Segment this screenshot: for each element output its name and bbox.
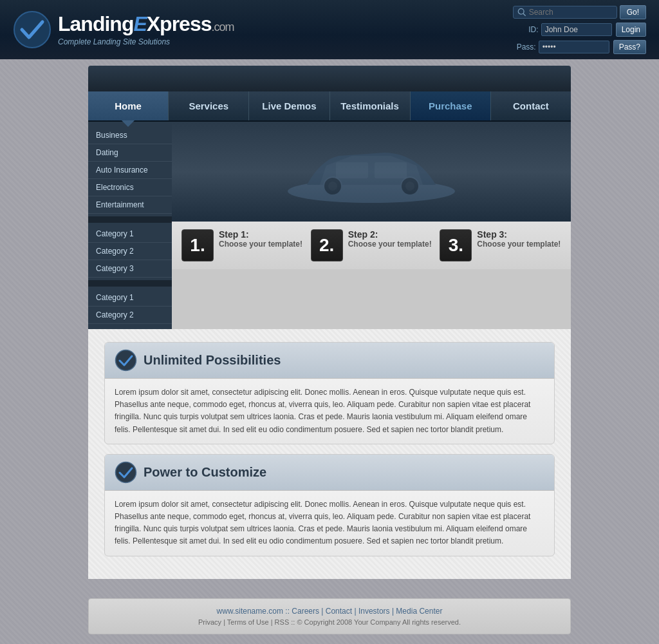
main-wrapper: Home Services Live Demos Testimonials Pu… (88, 59, 571, 592)
id-label: ID: (518, 25, 539, 34)
sidebar-item-category-2b[interactable]: Category 2 (88, 307, 172, 324)
search-icon (517, 8, 526, 17)
step-2-number: 2. (311, 229, 343, 261)
feature-unlimited-title: Unlimited Possibilities (144, 353, 281, 368)
sidebar-separator-2 (88, 280, 172, 287)
content-area: Business Dating Auto Insurance Electroni… (88, 122, 571, 329)
svg-point-0 (14, 12, 50, 48)
svg-point-5 (328, 182, 337, 191)
pass-input[interactable] (539, 41, 609, 53)
svg-point-10 (116, 350, 136, 371)
sidebar-item-category-2a[interactable]: Category 2 (88, 243, 172, 260)
search-input-wrap (513, 6, 617, 19)
header: LandingEXpress.com Complete Landing Site… (0, 0, 659, 59)
footer-copy: Privacy | Terms of Use | RSS :: © Copyri… (97, 618, 562, 626)
nav-item-contact[interactable]: Contact (491, 91, 571, 120)
step-1-title: Step 1: (219, 229, 302, 240)
feature-customize-title: Power to Customize (144, 465, 266, 480)
main-content: 1. Step 1: Choose your template! 2. Step… (172, 122, 571, 329)
pass-label: Pass: (515, 43, 536, 52)
pass-button[interactable]: Pass? (613, 40, 646, 54)
sidebar-item-category-1b[interactable]: Category 1 (88, 289, 172, 307)
feature-check-icon-2 (115, 461, 137, 484)
step-2-box: 2. Step 2: Choose your template! (311, 229, 432, 261)
nav-item-home[interactable]: Home (88, 91, 169, 120)
sidebar-item-auto-insurance[interactable]: Auto Insurance (88, 162, 172, 179)
go-button[interactable]: Go! (620, 5, 646, 19)
sidebar-item-business[interactable]: Business (88, 127, 172, 144)
nav-arrow (122, 120, 135, 127)
step-3-box: 3. Step 3: Choose your template! (440, 229, 561, 261)
svg-point-11 (116, 462, 136, 482)
step-2-desc: Choose your template! (348, 240, 432, 249)
feature-unlimited-body: Lorem ipsum dolor sit amet, consectetur … (105, 379, 554, 444)
step-1-desc: Choose your template! (219, 240, 302, 249)
sidebar-separator-1 (88, 216, 172, 223)
steps-area: 1. Step 1: Choose your template! 2. Step… (172, 222, 571, 269)
nav-item-purchase[interactable]: Purchase (411, 91, 491, 120)
feature-unlimited-header: Unlimited Possibilities (105, 343, 554, 379)
pass-field-wrap: Pass: (515, 41, 609, 53)
sidebar: Business Dating Auto Insurance Electroni… (88, 122, 172, 329)
nav-item-live-demos[interactable]: Live Demos (249, 91, 330, 120)
login-button[interactable]: Login (616, 23, 646, 37)
navbar: Home Services Live Demos Testimonials Pu… (88, 91, 571, 122)
logo-area: LandingEXpress.com Complete Landing Site… (13, 10, 234, 49)
header-right: Go! ID: Login Pass: Pass? (513, 5, 646, 54)
logo-icon (13, 10, 51, 49)
lower-content: Unlimited Possibilities Lorem ipsum dolo… (88, 329, 571, 579)
svg-rect-9 (375, 162, 407, 178)
step-1-number: 1. (181, 229, 214, 261)
feature-unlimited: Unlimited Possibilities Lorem ipsum dolo… (104, 342, 555, 444)
footer-links: www.sitename.com :: Careers | Contact | … (97, 607, 562, 616)
logo-tagline: Complete Landing Site Solutions (58, 37, 234, 46)
sidebar-item-electronics[interactable]: Electronics (88, 179, 172, 196)
step-1-box: 1. Step 1: Choose your template! (181, 229, 303, 261)
search-row: Go! (513, 5, 646, 19)
pass-row: Pass: Pass? (515, 40, 646, 54)
step-3-text: Step 3: Choose your template! (477, 229, 561, 249)
nav-item-testimonials[interactable]: Testimonials (330, 91, 411, 120)
svg-point-7 (405, 182, 414, 191)
id-input[interactable] (541, 23, 612, 36)
feature-customize-header: Power to Customize (105, 455, 554, 491)
step-1-text: Step 1: Choose your template! (219, 229, 302, 249)
logo-title: LandingEXpress.com (58, 13, 234, 35)
hero-area (172, 122, 571, 222)
hero-car-graphic (275, 133, 468, 211)
feature-check-icon-1 (115, 349, 137, 372)
logo-text-area: LandingEXpress.com Complete Landing Site… (58, 13, 234, 46)
step-2-text: Step 2: Choose your template! (348, 229, 432, 249)
svg-line-2 (523, 14, 525, 15)
footer: www.sitename.com :: Careers | Contact | … (88, 598, 571, 634)
feature-customize-body: Lorem ipsum dolor sit amet, consectetur … (105, 491, 554, 556)
svg-rect-8 (336, 162, 368, 178)
sidebar-item-category-3[interactable]: Category 3 (88, 260, 172, 278)
sidebar-item-dating[interactable]: Dating (88, 144, 172, 162)
sidebar-item-entertainment[interactable]: Entertainment (88, 196, 172, 214)
step-2-title: Step 2: (348, 229, 432, 240)
step-3-title: Step 3: (477, 229, 561, 240)
id-field-wrap: ID: (518, 23, 612, 36)
step-3-desc: Choose your template! (477, 240, 561, 249)
step-3-number: 3. (440, 229, 472, 261)
nav-item-services[interactable]: Services (169, 91, 249, 120)
top-banner (88, 66, 571, 91)
feature-customize: Power to Customize Lorem ipsum dolor sit… (104, 454, 555, 556)
search-input[interactable] (529, 8, 613, 17)
sidebar-item-category-1a[interactable]: Category 1 (88, 225, 172, 243)
login-row: ID: Login (518, 23, 646, 37)
